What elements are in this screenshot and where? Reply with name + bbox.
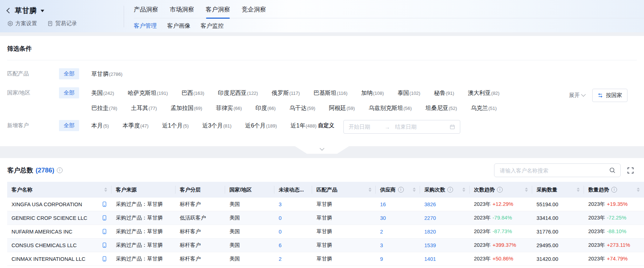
qty-trend-cell: 2023年+19.35% [584,198,644,211]
info-icon[interactable]: i [398,187,404,193]
filter-row-product: 匹配产品 全部 草甘膦(2786) [7,68,637,79]
product-all-chip[interactable]: 全部 [59,68,79,79]
col-qty-trend: 数量趋势i [584,182,644,198]
country-filter-item[interactable]: 印度(66) [256,105,276,112]
country-filter-item[interactable]: 乌克兰(51) [471,105,497,112]
sort-icon[interactable] [462,188,465,192]
country-filter-item[interactable]: 乌兹别克斯坦(56) [369,105,412,112]
subtab-customer-monitoring[interactable]: 客户监控 [201,22,224,30]
sort-icon[interactable] [577,188,580,192]
period-filter-item[interactable]: 近3个月(81) [202,122,232,130]
end-date-placeholder[interactable]: 结束日期 [395,124,416,130]
sort-icon[interactable] [369,188,371,192]
contact-icon[interactable] [102,228,107,235]
sort-icon[interactable] [525,188,528,192]
back-icon[interactable] [6,8,12,14]
contact-icon[interactable] [102,215,107,221]
country-filter-item[interactable]: 印度尼西亚(122) [218,89,258,97]
tab-competitor-insight[interactable]: 竞企洞察 [242,5,266,18]
customer-name-cell: NUFARM AMERICAS INC [7,225,111,239]
country-filter-item[interactable]: 阿根廷(59) [329,105,355,112]
customer-tier-cell: 标杆客户 [175,225,225,239]
period-filter-item[interactable]: 近1个月(5) [162,122,189,130]
expand-toggle[interactable]: 展开 [569,92,585,99]
sort-icon[interactable] [104,188,107,192]
info-icon[interactable]: i [497,187,503,193]
table-row[interactable]: XINGFA USA CORPORATION 采购过产品：草甘膦 标杆客户 美国… [7,198,644,211]
unread-cell: 2 [274,252,312,266]
search-input[interactable] [499,167,609,174]
contact-icon[interactable] [102,201,107,207]
chevron-down-icon [581,92,586,97]
country-filter-item[interactable]: 美国(242) [91,89,114,97]
search-icon[interactable] [609,167,616,174]
period-filter-item[interactable]: 本季度(47) [123,122,149,130]
table-row[interactable]: CONSUS CHEMICALS LLC 采购过产品：草甘膦 标杆客户 美国 6… [7,239,644,252]
col-purchase-times: 采购次数i [420,182,470,198]
country-filter-item[interactable]: 土耳其(77) [131,105,157,112]
col-suppliers: 供应商i [376,182,420,198]
customer-source-cell: 采购过产品：草甘膦 [111,225,175,239]
country-filter-item[interactable]: 俄罗斯(117) [271,89,300,97]
customer-table-panel: 客户总数 (2786) i [0,158,644,268]
tab-customer-insight[interactable]: 客户洞察 [206,5,230,18]
suppliers-cell: 3 [376,239,420,252]
date-range-picker[interactable]: 开始日期 → 结束日期 [343,120,460,134]
product-filter-item[interactable]: 草甘膦(2786) [91,70,123,78]
custom-range-label[interactable]: 自定义 [318,120,334,129]
tab-product-insight[interactable]: 产品洞察 [134,5,158,18]
scheme-settings-button[interactable]: 方案设置 [7,20,37,27]
contact-icon[interactable] [102,256,107,262]
country-filter-item[interactable]: 孟加拉国(69) [170,105,202,112]
country-filter-item[interactable]: 坦桑尼亚(52) [425,105,457,112]
country-filter-item[interactable]: 巴西(163) [182,89,204,97]
table-row[interactable]: NUFARM AMERICAS INC 采购过产品：草甘膦 标杆客户 美国 0 … [7,225,644,239]
country-filter-item[interactable]: 乌干达(59) [289,105,315,112]
main-tabs: 产品洞察 市场洞察 客户洞察 竞企洞察 [134,5,644,18]
country-filter-item[interactable]: 秘鲁(91) [434,89,454,97]
subtab-customer-profile[interactable]: 客户画像 [167,22,190,30]
country-filter-item[interactable]: 巴拉圭(78) [91,105,117,112]
country-all-chip[interactable]: 全部 [59,87,79,98]
contact-icon[interactable] [102,242,107,248]
info-icon[interactable]: i [611,187,617,193]
country-filter-item[interactable]: 加纳(108) [361,89,384,97]
top-header: 草甘膦 方案设置 贸易记录 产品洞察 市 [0,0,644,32]
start-date-placeholder[interactable]: 开始日期 [348,124,370,130]
new-customer-all-chip[interactable]: 全部 [59,120,79,131]
trade-records-button[interactable]: 贸易记录 [47,20,77,27]
times-trend-cell: 2023年+399.37% [470,239,532,252]
period-filter-item[interactable]: 近1年(488) [291,122,316,130]
collapse-filter-tab[interactable] [295,146,349,154]
period-filter-item[interactable]: 近6个月(189) [245,122,277,130]
table-row[interactable]: GENERIC CROP SCIENCE LLC 采购过产品：草甘膦 低活跃客户… [7,211,644,225]
fullscreen-icon[interactable] [627,167,634,174]
country-filter-item[interactable]: 泰国(102) [398,89,420,97]
country-filter-item[interactable]: 澳大利亚(82) [468,89,499,97]
purchase-times-cell: 1539 [420,239,470,252]
table-row[interactable]: CINMAX INTERNATIONAL LLC 采购过产品：草甘膦 标杆客户 … [7,252,644,266]
product-switcher[interactable]: 草甘膦 [7,6,124,15]
country-filter-item[interactable]: 巴基斯坦(116) [314,89,347,97]
customer-search-box[interactable] [494,163,621,177]
new-customer-items: 本月(5) 本季度(47) 近1个月(5) 近3个月(81) 近6个月(189)… [91,120,316,130]
chevron-down-icon[interactable] [41,10,44,14]
qty-trend-cell: 2023年-72.25% [584,211,644,225]
subtab-customer-management[interactable]: 客户管理 [134,22,157,30]
period-filter-item[interactable]: 本月(5) [91,122,109,130]
header-menu: 方案设置 贸易记录 [7,20,124,27]
by-country-button[interactable]: 按国家 [592,89,627,102]
country-filter-item[interactable]: 哈萨克斯坦(191) [128,89,168,97]
country-filter-item[interactable]: 菲律宾(66) [216,105,242,112]
unread-cell: 0 [274,225,312,239]
info-icon[interactable]: i [447,187,453,193]
caret-down-icon [462,190,465,192]
sort-icon[interactable] [637,188,640,192]
divider [7,60,637,60]
col-unread-updates: 未读动态... [274,182,312,198]
suppliers-cell: 30 [376,211,420,225]
purchase-qty-cell: 55194.00 [532,198,584,211]
tab-market-insight[interactable]: 市场洞察 [170,5,194,18]
info-icon[interactable]: i [57,167,63,173]
sort-icon[interactable] [413,188,416,192]
